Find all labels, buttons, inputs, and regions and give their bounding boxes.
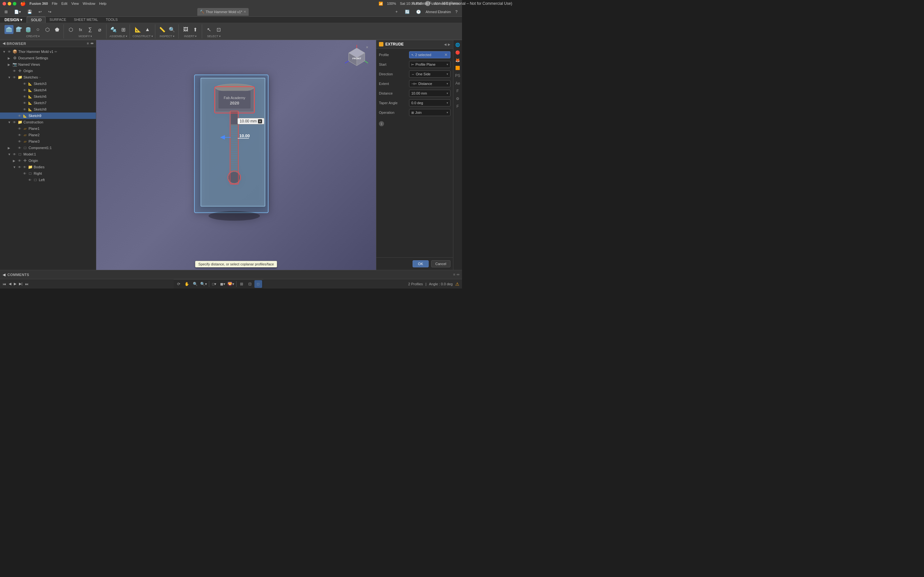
cancel-button[interactable]: Cancel [431, 260, 451, 268]
tree-item-right[interactable]: ▶ 👁 □ Right [0, 170, 96, 177]
create-cylinder-icon[interactable] [24, 25, 33, 34]
view-cube[interactable]: FRONT ✕ [344, 43, 370, 69]
menu-window[interactable]: Window [83, 2, 95, 5]
tree-item-sketch7[interactable]: ▶ 👁 👁 📐 Sketch7 [0, 100, 96, 106]
right-sidebar-icon-1[interactable]: 🌐 [454, 41, 461, 48]
bt-active-icon[interactable]: □ [254, 280, 262, 288]
design-dropdown-button[interactable]: DESIGN ▾ [3, 17, 24, 23]
help-button[interactable]: ? [453, 9, 459, 15]
extent-input[interactable]: ⊣⊢ Distance ▾ [409, 80, 451, 87]
right-sidebar-icon-6[interactable]: Ae [454, 80, 461, 87]
browser-collapse-icon[interactable]: ◀ [3, 41, 5, 45]
bt-view-icon[interactable]: □▾ [210, 280, 218, 288]
tree-item-sketch9[interactable]: ▶ 👁 📐 Sketch9 [0, 113, 96, 119]
select-more-icon[interactable]: ⊡ [214, 25, 223, 34]
modify-formula-icon[interactable]: fx [76, 25, 85, 34]
direction-input[interactable]: ↔ One Side ▾ [409, 71, 451, 77]
tree-item-plane3[interactable]: ▶ 👁 ▱ Plane3 [0, 138, 96, 145]
app-name[interactable]: Fusion 360 [29, 2, 48, 5]
inspect-more-icon[interactable]: 🔍 [168, 25, 176, 34]
profile-clear-button[interactable]: ✕ [444, 52, 448, 58]
select-arrow-icon[interactable]: ↖ [205, 25, 214, 34]
extrude-info-icon[interactable]: i [379, 121, 384, 126]
minimize-button[interactable] [8, 2, 11, 5]
modify-arrow[interactable]: ▾ [90, 35, 92, 38]
select-arrow[interactable]: ▾ [219, 35, 221, 38]
document-tab[interactable]: 🔨 Thor Hammer Mold v1* ✕ [197, 8, 249, 16]
tree-item-sketch4[interactable]: ▶ 👁 👁 📐 Sketch4 [0, 87, 96, 93]
tree-item-sketch8[interactable]: ▶ 👁 👁 📐 Sketch8 [0, 106, 96, 113]
right-sidebar-icon-4[interactable]: 🟧 [454, 64, 461, 71]
right-sidebar-icon-9[interactable]: F [454, 103, 461, 110]
redo-button[interactable]: ↪ [46, 9, 53, 15]
menu-file[interactable]: File [52, 2, 57, 5]
distance-dropdown-button[interactable]: ▾ [258, 119, 262, 123]
bt-visual-icon[interactable]: ◼▾ [219, 280, 226, 288]
menu-edit[interactable]: Edit [61, 2, 67, 5]
tree-item-doc-settings[interactable]: ▶ ⚙ Document Settings [0, 55, 96, 61]
right-sidebar-icon-2[interactable]: 🔴 [454, 49, 461, 56]
inspect-measure-icon[interactable]: 📏 [158, 25, 167, 34]
tree-item-bodies[interactable]: ▼ 👁 👁 📁 Bodies [0, 164, 96, 170]
tree-item-sketch3[interactable]: ▶ 👁 👁 📐 Sketch3 [0, 81, 96, 87]
extrude-prev-icon[interactable]: ◀ [444, 43, 447, 46]
comments-collapse-icon[interactable]: ◀ [3, 272, 5, 277]
right-sidebar-icon-5[interactable]: PS [454, 72, 461, 79]
tab-close-button[interactable]: ✕ [244, 10, 246, 13]
new-file-button[interactable]: 📄▾ [12, 9, 23, 15]
browser-options-icon[interactable]: ≡ [87, 41, 89, 45]
tree-item-left[interactable]: ▶ 👁 👁 □ Left [0, 177, 96, 183]
right-sidebar-icon-3[interactable]: 🦊 [454, 57, 461, 64]
insert-image-icon[interactable]: 🖼 [181, 25, 190, 34]
nav-prev-icon[interactable]: ◀ [9, 282, 11, 286]
right-sidebar-icon-8[interactable]: ⚙ [454, 95, 461, 102]
create-more-icon[interactable]: ⬟ [53, 25, 61, 34]
taper-dropdown-arrow[interactable]: ▾ [447, 101, 448, 105]
distance-input[interactable]: 10.00 mm ▾ [409, 90, 451, 97]
tree-item-root[interactable]: ▼ 👁 📦 Thor Hammer Mold v1 ✏ [0, 48, 96, 55]
ok-button[interactable]: OK [413, 260, 429, 268]
tab-solid[interactable]: SOLID [27, 17, 45, 23]
extent-dropdown-arrow[interactable]: ▾ [447, 82, 448, 85]
undo-button[interactable]: ↩ [37, 9, 44, 15]
tree-item-origin[interactable]: ▶ 👁 ✛ Origin [0, 68, 96, 74]
modify-more-icon[interactable]: ⌀ [95, 25, 104, 34]
history-button[interactable]: 🕐 [414, 9, 423, 15]
tree-item-sketches[interactable]: ▼ 👁 📁 Sketches ··· [0, 74, 96, 81]
start-dropdown-arrow[interactable]: ▾ [447, 63, 448, 66]
browser-resize-icon[interactable]: ⇔ [90, 41, 94, 45]
operation-dropdown-arrow[interactable]: ▾ [447, 111, 448, 114]
profile-input[interactable]: ↖ 2 selected ✕ [409, 51, 451, 58]
modify-shell-icon[interactable]: ∑ [86, 25, 95, 34]
start-input[interactable]: ⊢ Profile Plane ▾ [409, 61, 451, 68]
bt-orbit-icon[interactable]: ⟳ [175, 280, 183, 288]
save-button[interactable]: 💾 [25, 9, 34, 15]
tree-item-construction[interactable]: ▼ 👁 📁 Construction [0, 119, 96, 125]
menu-help[interactable]: Help [99, 2, 107, 5]
apple-menu[interactable]: 🍎 [20, 1, 26, 6]
nav-first-icon[interactable]: ⏮ [3, 282, 6, 286]
insert-more-icon[interactable]: ⬆ [191, 25, 200, 34]
bt-snap-icon[interactable]: ⊡ [246, 280, 254, 288]
operation-input[interactable]: ⊞ Join ▾ [409, 109, 451, 116]
add-tab-button[interactable]: ＋ [393, 8, 401, 15]
direction-dropdown-arrow[interactable]: ▾ [447, 73, 448, 76]
insert-arrow[interactable]: ▾ [195, 35, 197, 38]
tree-item-component1[interactable]: ▶ 👁 👁 □ Component1:1 [0, 145, 96, 151]
tree-item-origin2[interactable]: ▶ 👁 ✛ Origin [0, 157, 96, 164]
bt-grid-icon[interactable]: ⊞ [238, 280, 246, 288]
bt-pan-icon[interactable]: ✋ [183, 280, 191, 288]
close-button[interactable] [3, 2, 6, 5]
taper-input[interactable]: 0.0 deg ▾ [409, 99, 451, 106]
inspect-arrow[interactable]: ▾ [173, 35, 174, 38]
create-arrow[interactable]: ▾ [38, 35, 40, 38]
comments-resize-icon[interactable]: ⇔ [457, 272, 459, 277]
nav-play-icon[interactable]: ▶ [14, 282, 16, 286]
assemble-arrow[interactable]: ▾ [126, 35, 128, 38]
grid-menu-button[interactable]: ⊞ [3, 9, 10, 15]
sync-button[interactable]: 🔄 [403, 9, 412, 15]
comments-settings-icon[interactable]: ≡ [453, 272, 455, 277]
root-edit-icon[interactable]: ✏ [55, 50, 57, 53]
bt-env-icon[interactable]: 🌄▾ [227, 280, 235, 288]
extrude-next-icon[interactable]: ▶ [448, 43, 451, 46]
